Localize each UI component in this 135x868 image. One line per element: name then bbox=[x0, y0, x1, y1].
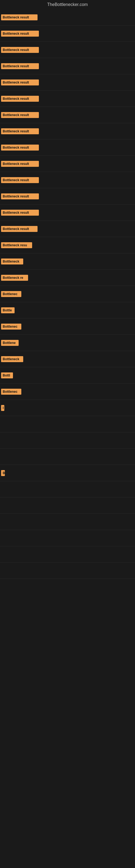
bottleneck-row: Bottleneck result bbox=[0, 107, 135, 123]
bottleneck-badge: Bottleneck result bbox=[1, 161, 39, 167]
bottleneck-row: Bottlenec bbox=[0, 286, 135, 302]
bottleneck-row: Bottleneck resu bbox=[0, 237, 135, 253]
bottleneck-badge: Bottleneck result bbox=[1, 193, 39, 199]
bottleneck-row bbox=[0, 448, 135, 465]
bottleneck-row: Bottleneck result bbox=[0, 74, 135, 91]
bottleneck-badge: Bottleneck re bbox=[1, 275, 28, 281]
bottleneck-row: Bottleneck result bbox=[0, 188, 135, 205]
bottleneck-row bbox=[0, 481, 135, 497]
bottleneck-badge: Bottleneck result bbox=[1, 128, 39, 134]
bottleneck-row: Bottleneck re bbox=[0, 270, 135, 286]
bottleneck-row: Bottleneck result bbox=[0, 156, 135, 172]
bottleneck-badge: Bottleneck bbox=[1, 356, 23, 362]
bottleneck-badge: Bottleneck resu bbox=[1, 242, 32, 248]
bottleneck-badge: B bbox=[1, 470, 5, 476]
bottleneck-badge: Bottle bbox=[1, 307, 14, 313]
bottleneck-row bbox=[0, 563, 135, 579]
bottleneck-row: Bottleneck result bbox=[0, 123, 135, 140]
bottleneck-row: Bottlenec bbox=[0, 383, 135, 400]
bottleneck-row: Bottleneck result bbox=[0, 205, 135, 221]
bottleneck-row bbox=[0, 530, 135, 546]
bottleneck-row bbox=[0, 514, 135, 530]
bottleneck-badge: I bbox=[1, 405, 4, 411]
bottleneck-badge: Bottleneck result bbox=[1, 47, 39, 53]
bottleneck-row: Bottleneck result bbox=[0, 221, 135, 237]
bottleneck-row: Bottle bbox=[0, 302, 135, 318]
bottleneck-row: Bottleneck result bbox=[0, 26, 135, 42]
bottleneck-row: Bottleneck result bbox=[0, 172, 135, 188]
bottleneck-row: I bbox=[0, 400, 135, 416]
bottleneck-badge: Bottlene bbox=[1, 340, 18, 346]
bottleneck-badge: Bottleneck bbox=[1, 258, 23, 265]
bottleneck-badge: Bottleneck result bbox=[1, 96, 39, 102]
bottleneck-row: Bottleneck bbox=[0, 253, 135, 270]
bottleneck-row: Bottleneck result bbox=[0, 58, 135, 74]
bottleneck-row: Bottleneck result bbox=[0, 140, 135, 156]
bottleneck-row: B bbox=[0, 465, 135, 481]
bottleneck-badge: Bottleneck result bbox=[1, 177, 39, 183]
bottleneck-row: Bottleneck bbox=[0, 351, 135, 367]
bottleneck-row: Bottl bbox=[0, 367, 135, 383]
bottleneck-row: Bottleneck result bbox=[0, 9, 135, 26]
bottleneck-row bbox=[0, 432, 135, 448]
bottleneck-row bbox=[0, 416, 135, 432]
bottleneck-badge: Bottleneck result bbox=[1, 226, 38, 232]
bottleneck-row bbox=[0, 497, 135, 514]
bottleneck-row bbox=[0, 546, 135, 563]
site-title: TheBottlenecker.com bbox=[0, 0, 135, 9]
bottleneck-badge: Bottleneck result bbox=[1, 112, 39, 118]
bottleneck-badge: Bottlenec bbox=[1, 389, 21, 395]
bottleneck-row: Bottleneck result bbox=[0, 91, 135, 107]
bottleneck-badge: Bottleneck result bbox=[1, 14, 38, 20]
bottleneck-badge: Bottl bbox=[1, 372, 13, 378]
bottleneck-row: Bottlenec bbox=[0, 318, 135, 335]
bottleneck-badge: Bottleneck result bbox=[1, 80, 39, 86]
bottleneck-badge: Bottlenec bbox=[1, 323, 21, 330]
bottleneck-badge: Bottlenec bbox=[1, 291, 21, 297]
bottleneck-badge: Bottleneck result bbox=[1, 63, 39, 69]
bottleneck-badge: Bottleneck result bbox=[1, 145, 39, 151]
bottleneck-row: Bottleneck result bbox=[0, 42, 135, 58]
bottleneck-row: Bottlene bbox=[0, 335, 135, 351]
bottleneck-badge: Bottleneck result bbox=[1, 31, 39, 37]
bottleneck-badge: Bottleneck result bbox=[1, 210, 39, 216]
